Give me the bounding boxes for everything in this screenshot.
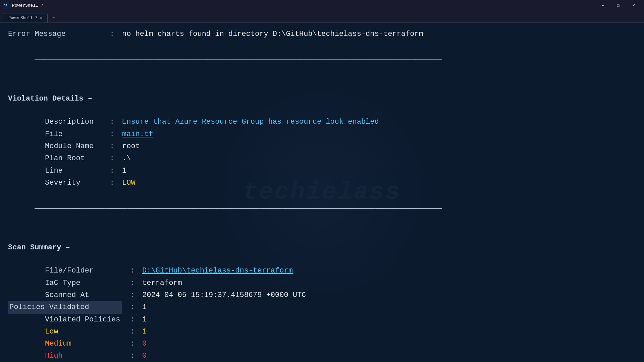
error-message-row: Error Message : no helm charts found in … [8,28,636,40]
iac-colon: : [122,277,142,289]
scanned-colon: : [122,289,142,301]
module-value: root [122,140,140,153]
tab-label: PowerShell 7 [8,16,37,20]
module-colon: : [102,140,122,153]
planroot-colon: : [102,153,122,165]
planroot-value: .\ [122,153,131,165]
description-colon: : [102,116,122,128]
folder-row: File/Folder : D:\GitHub\techielass-dns-t… [8,265,636,277]
line-row: Line : 1 [8,165,636,177]
medium-label: Medium [8,338,122,350]
iac-row: IaC Type : terraform [8,277,636,289]
svg-text:PS: PS [3,4,7,8]
scanned-row: Scanned At : 2024-04-05 15:19:37.4158679… [8,289,636,301]
empty-line-1 [8,80,636,92]
description-row: Description : Ensure that Azure Resource… [8,116,636,128]
error-label: Error Message [8,28,102,40]
severity-value: LOW [122,177,136,189]
tab-powershell[interactable]: PowerShell 7 ✕ [3,13,48,22]
separator-2: ────────────────────────────────────────… [8,189,636,229]
terminal-content: Error Message : no helm charts found in … [8,28,636,362]
empty-line-3 [8,229,636,241]
module-row: Module Name : root [8,140,636,153]
terminal-window: techielass Error Message : no helm chart… [0,23,644,362]
empty-line-2 [8,104,636,116]
separator-1: ────────────────────────────────────────… [8,40,636,80]
file-value: main.tf [122,128,153,140]
scan-header: Scan Summary – [8,243,636,252]
line-value: 1 [122,165,126,177]
folder-label: File/Folder [8,265,122,277]
severity-row: Severity : LOW [8,177,636,189]
low-label: Low [8,326,122,338]
iac-label: IaC Type [8,277,122,289]
close-button[interactable]: ✕ [626,0,641,11]
minimize-button[interactable]: − [595,0,610,11]
planroot-label: Plan Root [8,153,102,165]
empty-line-4 [8,253,636,265]
policies-value: 1 [142,301,147,313]
folder-value: D:\GitHub\techielass-dns-terraform [142,265,293,277]
low-row: Low : 1 [8,326,636,338]
folder-colon: : [122,265,142,277]
high-row: High : 0 [8,350,636,362]
file-colon: : [102,128,122,140]
tab-close-icon[interactable]: ✕ [40,16,42,20]
violated-value: 1 [142,314,147,326]
policies-colon: : [122,301,142,313]
line-label: Line [8,165,102,177]
iac-value: terraform [142,277,182,289]
scanned-label: Scanned At [8,289,122,301]
medium-value: 0 [142,338,147,350]
scanned-value: 2024-04-05 15:19:37.4158679 +0000 UTC [142,289,306,301]
window-controls: − □ ✕ [595,0,641,11]
line-colon: : [102,165,122,177]
high-colon: : [122,350,142,362]
policies-row: Policies Validated : 1 [8,301,636,313]
violated-row: Violated Policies : 1 [8,314,636,326]
violated-colon: : [122,314,142,326]
module-label: Module Name [8,140,102,153]
planroot-row: Plan Root : .\ [8,153,636,165]
tab-bar: PowerShell 7 ✕ + [0,11,644,23]
description-label: Description [8,116,102,128]
policies-label: Policies Validated [8,301,122,313]
high-value: 0 [142,350,147,362]
severity-label: Severity [8,177,102,189]
low-value: 1 [142,326,147,338]
title-bar: PS PowerShell 7 − □ ✕ [0,0,644,11]
app-icon: PS [3,2,9,9]
low-colon: : [122,326,142,338]
description-value: Ensure that Azure Resource Group has res… [122,116,379,128]
medium-colon: : [122,338,142,350]
add-tab-button[interactable]: + [49,13,58,22]
error-value: no helm charts found in directory D:\Git… [122,28,423,40]
file-row: File : main.tf [8,128,636,140]
severity-colon: : [102,177,122,189]
error-colon: : [102,28,122,40]
violated-label: Violated Policies [8,314,122,326]
file-label: File [8,128,102,140]
high-label: High [8,350,122,362]
violation-header: Violation Details – [8,95,636,103]
medium-row: Medium : 0 [8,338,636,350]
restore-button[interactable]: □ [610,0,626,11]
window-title: PowerShell 7 [12,3,595,8]
